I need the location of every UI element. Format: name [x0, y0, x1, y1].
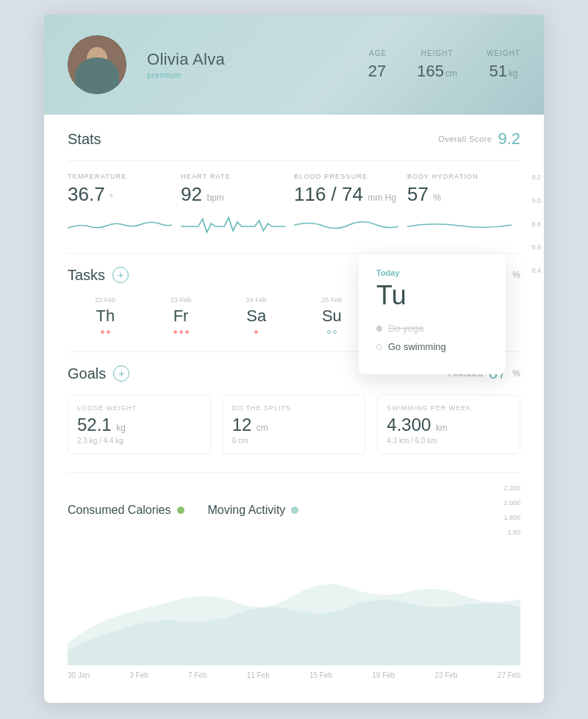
- avatar: [68, 35, 126, 94]
- day-dots: [71, 330, 140, 334]
- bp-label: BLOOD PRESSURE: [294, 173, 398, 180]
- dot: [107, 330, 110, 334]
- avg-perf-unit: %: [512, 270, 520, 280]
- tasks-section: Tasks + Avg. Perfomance 83 % 22 Feb Th: [68, 253, 520, 334]
- x-label: 11 Feb: [247, 671, 270, 679]
- temp-unit: °: [110, 193, 113, 203]
- hr-label: HEART RATE: [181, 173, 285, 180]
- day-name: Su: [297, 307, 367, 326]
- calories-dot: [177, 507, 184, 514]
- x-label: 19 Feb: [372, 671, 395, 679]
- today-task-swim[interactable]: Go swimming: [376, 341, 488, 352]
- day-23feb: 23 Feb Fr: [143, 296, 219, 334]
- goal-value: 4.300: [387, 415, 431, 434]
- task-text: Go swimming: [388, 341, 446, 352]
- day-24feb: 24 Feb Sa: [218, 296, 294, 334]
- goal-swimming: SWIMMING PER WEEK 4.300 km 4.3 km / 6.0 …: [377, 395, 520, 454]
- goal-unit: cm: [257, 423, 268, 433]
- goal-label: LOOSE WEIGHT: [77, 404, 201, 412]
- score-value: 9.2: [498, 129, 520, 149]
- x-label: 3 Feb: [129, 671, 148, 679]
- bp-unit: mm Hg: [368, 193, 396, 203]
- header-stat-height: HEIGHT 165cm: [417, 49, 457, 81]
- goal-value: 52.1: [77, 415, 112, 434]
- add-task-button[interactable]: +: [112, 267, 129, 283]
- svg-point-0: [68, 35, 126, 94]
- finished-unit: %: [512, 368, 520, 379]
- add-goal-button[interactable]: +: [113, 365, 129, 382]
- goal-value: 12: [232, 415, 252, 434]
- day-date: 22 Feb: [71, 296, 140, 304]
- goal-unit: km: [436, 423, 448, 433]
- activity-dot: [291, 507, 298, 514]
- temp-chart: [68, 213, 172, 235]
- goal-unit: kg: [116, 423, 126, 433]
- day-date: 24 Feb: [221, 296, 291, 304]
- task-circle: [376, 326, 382, 332]
- today-task-yoga[interactable]: Do yoga: [376, 323, 488, 334]
- dot: [185, 330, 189, 334]
- avatar-image: [68, 35, 126, 94]
- overall-score: Overall Score 9.2: [438, 129, 520, 149]
- profile-name: Olivia Alva: [147, 50, 348, 69]
- tasks-title: Tasks: [68, 267, 105, 284]
- hyd-label: BODY HYDRATION: [407, 173, 512, 180]
- chart-x-labels: 30 Jan 3 Feb 7 Feb 11 Feb 15 Feb 19 Feb …: [68, 671, 520, 679]
- main-content: Stats Overall Score 9.2 9.2 9.0 8.8 8.6 …: [44, 115, 544, 703]
- x-label: 23 Feb: [435, 671, 458, 679]
- task-circle: [376, 344, 382, 350]
- goal-sub: 2.3 kg / 4.4 kg: [77, 437, 201, 445]
- dot: [333, 330, 337, 334]
- goals-grid: LOOSE WEIGHT 52.1 kg 2.3 kg / 4.4 kg DO …: [68, 395, 520, 454]
- goal-sub: 4.3 km / 6.0 km: [387, 437, 511, 445]
- tick-1: 9.2: [531, 171, 541, 185]
- x-label: 15 Feb: [309, 671, 332, 679]
- hyd-value: 57: [407, 183, 429, 205]
- bp-value: 116 / 74: [294, 183, 363, 205]
- chart-y-labels: 2.200 2.000 1.800 1.60: [503, 484, 520, 536]
- svg-point-1: [87, 47, 107, 71]
- goal-label: SWIMMING PER WEEK: [387, 404, 511, 412]
- day-name: Sa: [221, 307, 291, 326]
- chart-titles: Consumed Calories Moving Activity: [68, 504, 298, 517]
- activity-title: Moving Activity: [208, 504, 299, 517]
- stats-header: Stats Overall Score 9.2: [68, 115, 520, 160]
- today-day: Tu: [376, 280, 488, 311]
- header-stat-weight: WEIGHT 51kg: [487, 49, 520, 81]
- sidebar-ticks: 9.2 9.0 8.8 8.6 8.4: [531, 171, 541, 279]
- header-stats: AGE 27HEIGHT 165cmWEIGHT 51kg: [368, 49, 520, 81]
- profile-badge: premium: [147, 71, 348, 79]
- day-dots: [146, 330, 216, 334]
- stat-heartrate: HEART RATE 92 bpm: [181, 173, 294, 235]
- dot: [327, 330, 331, 334]
- day-name: Fr: [146, 307, 216, 326]
- stat-bp: BLOOD PRESSURE 116 / 74 mm Hg: [294, 173, 407, 235]
- chart-bars: [68, 548, 520, 665]
- hr-unit: bpm: [207, 193, 223, 203]
- goal-weight: LOOSE WEIGHT 52.1 kg 2.3 kg / 4.4 kg: [68, 395, 211, 454]
- day-name: Th: [71, 307, 140, 326]
- hyd-chart: [407, 213, 512, 235]
- dot: [101, 330, 104, 334]
- x-label: 7 Feb: [188, 671, 207, 679]
- tick-2: 9.0: [531, 194, 541, 209]
- day-date: 23 Feb: [146, 296, 216, 304]
- goal-splits: DO THE SPLITS 12 cm 0 cm: [223, 395, 366, 454]
- chart-area: [68, 548, 520, 665]
- tick-4: 8.6: [531, 240, 541, 255]
- dot: [254, 330, 258, 334]
- stat-hydration: BODY HYDRATION 57 %: [407, 173, 520, 235]
- dot: [179, 330, 183, 334]
- today-label: Today: [376, 268, 488, 277]
- tick-5: 8.4: [531, 264, 541, 279]
- x-label: 27 Feb: [498, 671, 520, 679]
- goal-sub: 0 cm: [232, 437, 356, 445]
- hr-chart: [181, 213, 285, 235]
- goal-label: DO THE SPLITS: [232, 404, 356, 412]
- score-label: Overall Score: [438, 135, 492, 143]
- stat-temperature: TEMPERATURE 36.7 °: [68, 173, 181, 235]
- tick-3: 8.8: [531, 218, 541, 232]
- day-date: 25 Feb: [297, 296, 367, 304]
- dot: [173, 330, 177, 334]
- stats-grid: TEMPERATURE 36.7 ° HEART RATE 92 bpm: [68, 160, 520, 235]
